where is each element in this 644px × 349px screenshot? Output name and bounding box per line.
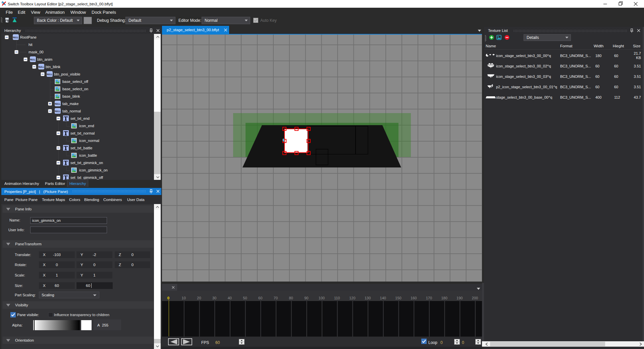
svg-text:NULL: NULL: [55, 110, 60, 112]
svg-text:NULL: NULL: [47, 73, 52, 76]
svg-text:NULL: NULL: [30, 58, 36, 61]
svg-text:NULL: NULL: [55, 103, 60, 105]
svg-text:NULL: NULL: [13, 36, 18, 39]
svg-text:NULL: NULL: [38, 66, 44, 68]
